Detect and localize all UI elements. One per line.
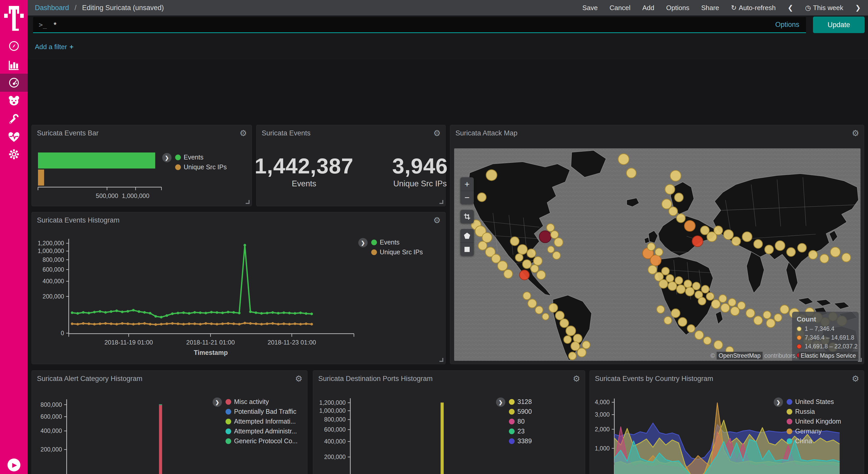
legend-item[interactable]: Unique Src IPs <box>371 248 423 256</box>
legend-item[interactable]: Misc activity <box>225 398 298 406</box>
legend-item[interactable]: Germany <box>786 427 841 435</box>
panel-gear-icon[interactable]: ⚙ <box>852 128 859 138</box>
svg-text:800,000: 800,000 <box>324 416 346 423</box>
refresh-icon: ↻ <box>731 4 737 11</box>
legend-color-dot <box>509 409 515 415</box>
t-mobile-logo[interactable] <box>0 3 28 34</box>
legend-item[interactable]: Generic Protocol Co... <box>225 437 298 445</box>
svg-text:2018-11-19 01:00: 2018-11-19 01:00 <box>104 339 153 346</box>
legend-item[interactable]: 5900 <box>509 408 532 415</box>
sidebar-item-visualize[interactable] <box>0 56 28 75</box>
options-button[interactable]: Options <box>666 4 689 12</box>
map-draw-rectangle-button[interactable] <box>460 242 474 256</box>
count-range-label: 14,691.8 – 22,037.2 <box>805 343 858 350</box>
panel-suricata-events-histogram: Suricata Events Histogram ⚙ 1,200,0001,0… <box>32 212 445 364</box>
legend-item[interactable]: Events <box>175 153 227 161</box>
sidebar-item-dev-tools[interactable] <box>0 110 28 128</box>
query-value[interactable]: * <box>54 21 775 29</box>
legend-color-dot <box>225 428 231 434</box>
query-input[interactable]: >_ * Options <box>33 17 806 33</box>
legend-item[interactable]: China <box>786 437 841 445</box>
heartbeat-icon <box>8 131 20 142</box>
legend-item[interactable]: Attempted Administr... <box>225 427 298 435</box>
cancel-button[interactable]: Cancel <box>610 4 630 12</box>
legend-item[interactable]: Russia <box>786 408 841 415</box>
sidebar-item-hunt[interactable] <box>0 92 28 110</box>
panel-gear-icon[interactable]: ⚙ <box>240 128 247 138</box>
query-options-link[interactable]: Options <box>775 21 799 29</box>
panel-gear-icon[interactable]: ⚙ <box>433 128 441 138</box>
sidebar-item-dashboard[interactable] <box>0 73 28 92</box>
count-legend-item: 1 – 7,346.4 <box>797 325 854 332</box>
legend-item[interactable]: Unique Src IPs <box>175 164 227 171</box>
legend-item[interactable]: 3128 <box>509 398 532 406</box>
sidebar-item-monitoring[interactable] <box>0 128 28 146</box>
legend-item[interactable]: 80 <box>509 418 532 425</box>
destination-ports-chart[interactable]: 1,200,0001,000,000800,000600,000400,0002… <box>313 381 585 474</box>
legend-item[interactable]: Potentially Bad Traffic <box>225 408 298 415</box>
compass-icon <box>8 40 20 52</box>
legend-label: 23 <box>518 427 525 435</box>
time-prev-button[interactable]: ❮ <box>788 4 793 12</box>
osm-link[interactable]: OpenStreetMap <box>717 352 763 359</box>
legend-toggle-icon[interactable]: ❯ <box>358 238 368 247</box>
add-filter-link[interactable]: Add a filter+ <box>35 43 73 51</box>
sidebar-item-discover[interactable] <box>0 37 28 55</box>
events-bar-chart[interactable]: 500,0001,000,000 <box>32 141 252 205</box>
panel-title: Suricata Events Bar <box>37 129 99 137</box>
panel-suricata-destination-ports: Suricata Destination Ports Histogram ⚙ 1… <box>313 371 585 474</box>
map-fit-bounds-button[interactable] <box>460 210 474 223</box>
query-prompt-icon: >_ <box>39 21 47 29</box>
map-zoom-in-button[interactable]: + <box>460 177 474 191</box>
legend-item[interactable]: Attempted Informati... <box>225 418 298 425</box>
add-button[interactable]: Add <box>643 4 654 12</box>
svg-text:400,000: 400,000 <box>40 427 62 434</box>
metric-value: 1,442,387 <box>255 153 354 179</box>
svg-text:1,000,000: 1,000,000 <box>319 407 346 414</box>
update-button[interactable]: Update <box>813 17 865 33</box>
legend-title: Count <box>797 315 854 323</box>
legend-toggle-icon[interactable]: ❯ <box>213 397 222 407</box>
legend-color-dot <box>509 419 515 424</box>
legend-label: United Kingdom <box>795 418 841 425</box>
map-draw-polygon-button[interactable] <box>460 229 474 242</box>
attack-map[interactable]: + − <box>454 148 861 361</box>
svg-text:0: 0 <box>61 330 64 336</box>
breadcrumb: Dashboard / Editing Suricata (unsaved) <box>35 4 164 12</box>
bear-icon <box>8 95 20 107</box>
svg-text:Timestamp: Timestamp <box>194 349 228 356</box>
rectangle-icon <box>464 246 470 253</box>
panel-gear-icon[interactable]: ⚙ <box>433 215 441 225</box>
time-next-button[interactable]: ❯ <box>855 4 861 12</box>
legend-item[interactable]: 23 <box>509 427 532 435</box>
resize-handle-icon[interactable] <box>246 200 250 204</box>
legend-item[interactable]: United States <box>786 398 841 406</box>
t-logo-icon <box>4 4 24 32</box>
save-button[interactable]: Save <box>582 4 597 12</box>
resize-handle-icon[interactable] <box>439 200 443 204</box>
time-range-button[interactable]: ◷This week <box>805 4 843 12</box>
auto-refresh-button[interactable]: ↻Auto-refresh <box>731 4 776 12</box>
legend-item[interactable]: Events <box>371 239 423 246</box>
resize-handle-icon[interactable] <box>439 358 443 362</box>
sidebar-item-management[interactable] <box>0 145 28 164</box>
svg-text:200,000: 200,000 <box>324 453 346 460</box>
play-icon: ▶ <box>11 461 17 469</box>
ems-link[interactable]: Elastic Maps Service <box>799 352 858 359</box>
svg-text:500,000: 500,000 <box>96 192 118 199</box>
legend-toggle-icon[interactable]: ❯ <box>162 153 172 162</box>
map-zoom-out-button[interactable]: − <box>460 191 474 204</box>
legend-label: Attempted Administr... <box>234 427 297 435</box>
legend-item[interactable]: 3389 <box>509 437 532 445</box>
legend-label: 3389 <box>518 437 532 445</box>
legend-color-dot <box>371 240 377 245</box>
crop-icon <box>464 213 470 220</box>
breadcrumb-dashboard-link[interactable]: Dashboard <box>35 4 69 11</box>
legend-toggle-icon[interactable]: ❯ <box>774 397 783 407</box>
legend-toggle-icon[interactable]: ❯ <box>496 397 505 407</box>
legend-color-dot <box>509 399 515 405</box>
svg-text:4,000: 4,000 <box>595 399 610 406</box>
sidebar-collapse-button[interactable]: ▶ <box>7 458 21 471</box>
legend-item[interactable]: United Kingdom <box>786 418 841 425</box>
share-button[interactable]: Share <box>701 4 719 12</box>
